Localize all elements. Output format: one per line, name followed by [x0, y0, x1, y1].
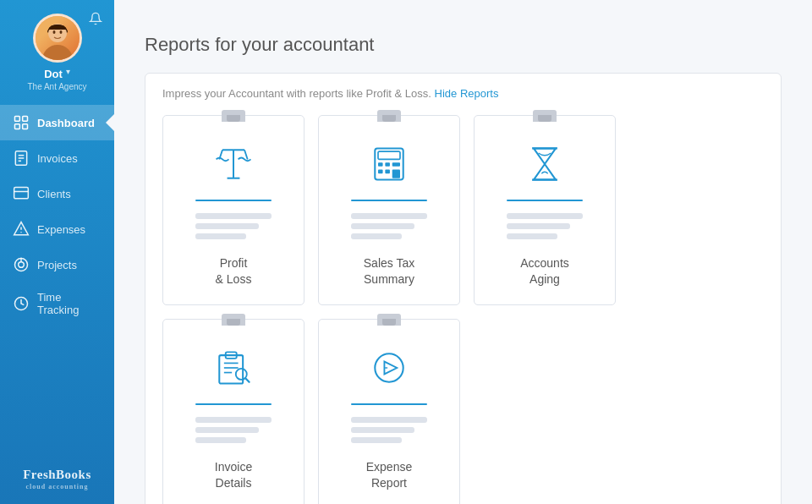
card-divider — [351, 200, 427, 201]
profit-loss-icon — [210, 140, 257, 188]
svg-rect-27 — [378, 151, 400, 159]
dashboard-icon — [12, 113, 30, 132]
expenses-icon — [12, 220, 30, 238]
sidebar-item-clients[interactable]: Clients — [0, 176, 114, 211]
svg-line-24 — [244, 150, 248, 159]
svg-point-0 — [42, 45, 73, 60]
sidebar-item-expenses-label: Expenses — [37, 223, 85, 236]
sidebar-item-time-tracking-label: Time Tracking — [37, 291, 102, 316]
sales-tax-icon — [365, 140, 413, 188]
card-lines — [351, 417, 427, 447]
card-clip — [222, 314, 245, 326]
card-clip — [533, 110, 557, 122]
accounts-aging-icon — [521, 140, 568, 188]
svg-line-42 — [245, 378, 249, 381]
sidebar-profile: Dot ▾ The Ant Agency — [0, 0, 114, 101]
sidebar-nav: Dashboard Invoices Clients Expenses — [0, 105, 114, 456]
svg-point-3 — [59, 30, 62, 34]
card-lines — [195, 213, 272, 244]
expense-report-label: ExpenseReport — [366, 459, 412, 491]
sidebar-logo: FreshBooks cloud accounting — [23, 456, 91, 504]
sidebar-company: The Ant Agency — [27, 82, 86, 91]
svg-rect-28 — [378, 162, 383, 167]
report-card-invoice-details[interactable]: InvoiceDetails — [162, 319, 304, 504]
card-divider — [195, 200, 272, 201]
bell-icon[interactable] — [89, 12, 102, 29]
card-clip — [377, 314, 401, 326]
reports-container: Impress your Accountant with reports lik… — [145, 73, 782, 504]
svg-rect-5 — [23, 117, 28, 122]
report-card-profit-loss[interactable]: Profit& Loss — [162, 115, 304, 305]
sidebar-item-projects-label: Projects — [37, 259, 77, 271]
sidebar-item-clients-label: Clients — [37, 188, 71, 200]
sidebar-item-expenses[interactable]: Expenses — [0, 211, 114, 247]
expense-report-icon — [365, 344, 413, 392]
sidebar-item-time-tracking[interactable]: Time Tracking — [0, 282, 114, 325]
card-lines — [195, 417, 272, 447]
sidebar-item-dashboard-label: Dashboard — [37, 117, 95, 129]
sidebar-item-dashboard[interactable]: Dashboard — [0, 105, 114, 140]
svg-rect-6 — [15, 124, 20, 129]
svg-point-43 — [375, 353, 403, 381]
chevron-down-icon[interactable]: ▾ — [66, 67, 70, 76]
sidebar: Dot ▾ The Ant Agency Dashboard Invoices … — [0, 0, 114, 504]
main-content: Reports for your accountant Impress your… — [114, 0, 812, 504]
profit-loss-label: Profit& Loss — [216, 255, 252, 288]
invoice-details-label: InvoiceDetails — [215, 459, 252, 491]
svg-rect-30 — [392, 162, 400, 167]
sales-tax-label: Sales TaxSummary — [364, 255, 414, 288]
page-title: Reports for your accountant — [145, 34, 782, 56]
time-tracking-icon — [12, 294, 30, 313]
clients-icon — [12, 184, 30, 203]
svg-rect-7 — [23, 124, 28, 129]
svg-rect-12 — [14, 188, 29, 199]
svg-point-18 — [19, 262, 25, 268]
svg-point-2 — [52, 30, 55, 34]
svg-rect-33 — [392, 170, 400, 178]
report-cards-grid: Profit& Loss — [162, 115, 764, 504]
card-lines — [507, 213, 583, 244]
sidebar-item-projects[interactable]: Projects — [0, 247, 114, 282]
svg-rect-29 — [385, 162, 390, 167]
card-divider — [507, 200, 583, 201]
svg-rect-32 — [385, 170, 390, 174]
avatar[interactable] — [33, 14, 82, 63]
sidebar-item-invoices-label: Invoices — [37, 152, 78, 165]
invoice-details-icon — [210, 344, 257, 392]
accounts-aging-label: AccountsAging — [520, 255, 569, 288]
card-divider — [195, 403, 272, 405]
hide-reports-link[interactable]: Hide Reports — [435, 87, 499, 100]
reports-subtitle: Impress your Accountant with reports lik… — [162, 87, 764, 100]
report-card-accounts-aging[interactable]: AccountsAging — [474, 115, 616, 305]
sidebar-username: Dot — [44, 68, 63, 80]
freshbooks-wordmark: FreshBooks cloud accounting — [23, 468, 91, 490]
invoices-icon — [12, 149, 30, 167]
projects-icon — [12, 255, 30, 274]
sidebar-item-invoices[interactable]: Invoices — [0, 140, 114, 176]
report-card-sales-tax[interactable]: Sales TaxSummary — [318, 115, 460, 305]
card-lines — [351, 213, 427, 244]
svg-rect-4 — [15, 117, 20, 122]
card-clip — [222, 110, 245, 122]
card-divider — [351, 403, 427, 405]
card-clip — [377, 110, 401, 122]
svg-rect-31 — [378, 170, 383, 174]
report-card-expense-report[interactable]: ExpenseReport — [318, 319, 460, 504]
